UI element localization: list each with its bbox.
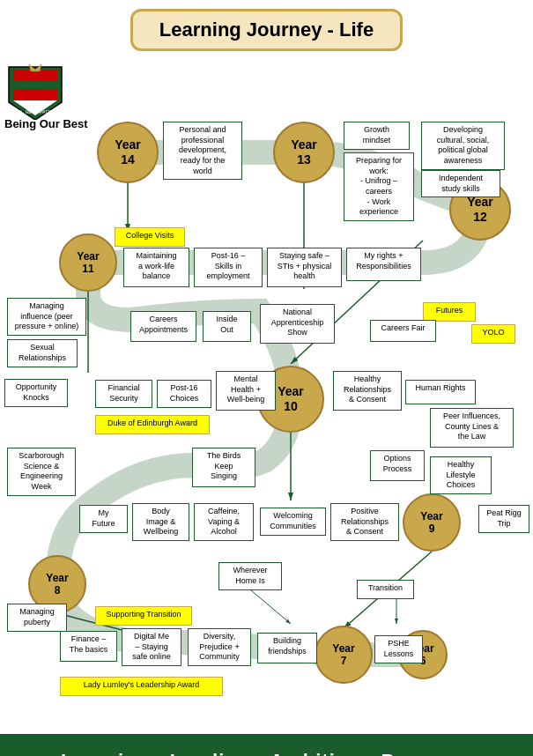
topic-birds-keep-singing: The Birds Keep Singing (192, 448, 255, 487)
topic-managing-puberty: Managing puberty (7, 604, 67, 632)
topic-staying-safe: Staying safe – STIs + physical health (267, 248, 342, 287)
topic-healthy-lifestyle: Healthy Lifestyle Choices (430, 456, 492, 494)
topic-peer-influences: Peer Influences, County Lines & the Law (430, 408, 514, 448)
topic-inside-out: Inside Out (203, 311, 251, 342)
topic-post16-skills: Post-16 – Skills in employment (194, 248, 263, 287)
topic-duke-of-edinburgh: Duke of Edinburgh Award (95, 415, 210, 434)
topic-caffeine-vaping: Caffeine, Vaping & Alcohol (194, 503, 254, 541)
topic-mental-health: Mental Health + Well-being (216, 371, 276, 411)
topic-building-friendships: Building friendships (257, 633, 317, 663)
header: Learning Journey - Life (0, 0, 533, 56)
main-diagram: ✦✦✦ DEO · REGI · PATRIAE Being Our Best … (0, 56, 533, 734)
school-badge-icon: ✦✦✦ DEO · REGI · PATRIAE (4, 63, 66, 120)
topic-financial-security: Financial Security (95, 380, 152, 408)
topic-managing-influence: Managing influence (peer pressure + onli… (7, 298, 86, 336)
year-circle-y14: Year 14 (97, 122, 159, 183)
topic-preparing-work: Preparing for work: - Unifrog – careers … (344, 152, 414, 221)
year-circle-y13: Year 13 (273, 122, 335, 183)
topic-body-image: Body Image & Wellbeing (132, 503, 189, 541)
footer-tagline: Learning • Leading • Ambition • Progress (0, 734, 533, 756)
topic-careers-fair: Careers Fair (370, 320, 436, 342)
topic-futures: Futures (423, 302, 476, 322)
svg-text:✦✦✦: ✦✦✦ (24, 79, 45, 88)
topic-post16-choices: Post-16 Choices (157, 380, 211, 408)
topic-finance-basics: Finance – The basics (60, 631, 117, 662)
topic-wherever-home: Wherever Home Is (218, 562, 282, 590)
topic-dev-cultural: Developing cultural, social, political g… (421, 122, 505, 170)
topic-college-visits: College Visits (115, 227, 185, 247)
topic-nat-app-show: National Apprenticeship Show (260, 304, 335, 344)
topic-yolo: YOLO (471, 324, 515, 344)
topic-supporting-transition: Supporting Transition (95, 606, 192, 626)
topic-options-process: Options Process (370, 450, 425, 481)
topic-pshe-lessons: PSHE Lessons (374, 635, 423, 663)
topic-healthy-relationships: Healthy Relationships & Consent (333, 371, 402, 411)
topic-welcoming-communities: Welcoming Communities (260, 508, 326, 536)
year-circle-y7: Year 7 (315, 626, 373, 684)
topic-peat-rigg: Peat Rigg Trip (478, 505, 529, 533)
topic-opportunity-knocks: Opportunity Knocks (4, 379, 68, 407)
topic-my-future: My Future (79, 505, 128, 533)
year-circle-y11: Year 11 (59, 233, 117, 292)
topic-diversity-prejudice: Diversity, Prejudice + Community (188, 628, 251, 666)
svg-line-17 (251, 590, 291, 624)
topic-human-rights: Human Rights (405, 380, 476, 404)
topic-personal-dev: Personal and professional development, r… (163, 122, 242, 180)
topic-growth-mindset: Growth mindset (344, 122, 410, 150)
topic-independent-study: Independent study skills (421, 170, 500, 197)
svg-rect-4 (13, 89, 57, 100)
being-our-best-label: Being Our Best (4, 117, 88, 130)
page-title: Learning Journey - Life (130, 9, 403, 51)
topic-scarborough: Scarborough Science & Engineering Week (7, 448, 76, 496)
topic-positive-relationships: Positive Relationships & Consent (330, 503, 399, 541)
topic-lady-lumley: Lady Lumley's Leadership Award (60, 677, 223, 696)
svg-text:DEO · REGI · PATRIAE: DEO · REGI · PATRIAE (12, 109, 59, 115)
topic-digital-me: Digital Me – Staying safe online (122, 628, 181, 666)
topic-careers-appointments: Careers Appointments (130, 311, 196, 342)
topic-maintaining-balance: Maintaining a work-life balance (123, 248, 189, 287)
topic-my-rights: My rights + Responsibilities (346, 248, 421, 281)
year-circle-y9: Year 9 (403, 493, 461, 552)
topic-transition: Transition (357, 580, 414, 599)
topic-sexual-relationships: Sexual Relationships (7, 339, 78, 367)
